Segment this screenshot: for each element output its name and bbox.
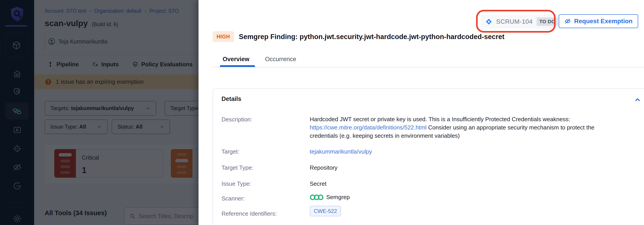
target-label: Target:	[222, 148, 240, 155]
jira-ticket-key: SCRUM-104	[496, 18, 532, 25]
sidebar-item-home[interactable]	[0, 65, 34, 83]
execution-page: Account: STO test › Organization: defaul…	[34, 0, 198, 225]
sidebar-item-overview[interactable]	[0, 82, 34, 100]
shield-check-icon	[132, 62, 138, 68]
jira-status-badge: TO DO	[536, 18, 558, 26]
sidebar-accent-divider	[5, 25, 27, 26]
filter-issue-type-label: Issue Type:	[50, 124, 78, 130]
triggered-by-user: Teja Kummarikuntla	[48, 38, 108, 45]
critical-gauge-icon	[54, 149, 76, 178]
severity-card-value: 1	[82, 166, 86, 175]
filter-issue-type-dropdown[interactable]: Issue Type: All	[45, 120, 108, 134]
eye-off-icon	[12, 162, 22, 172]
page-title: scan-vulpy	[45, 19, 88, 28]
target-value-link[interactable]: tejakummarikuntla/vulpy	[310, 148, 372, 155]
get-started-icon	[13, 182, 22, 190]
execution-tabs: Pipeline Inputs Policy Evaluations	[47, 55, 192, 74]
tab-inputs[interactable]: Inputs	[92, 61, 119, 68]
sidebar-divider	[8, 202, 27, 202]
target-type-label: Target Type:	[222, 164, 254, 171]
scanner-name: Semgrep	[326, 194, 350, 201]
filter-status-dropdown[interactable]: Status: All	[112, 120, 170, 134]
jira-ticket-chip[interactable]: SCRUM-104 TO DO	[480, 15, 563, 28]
filter-targets-value: tejakummarikuntla/vulpy	[71, 105, 134, 111]
request-exemption-label: Request Exemption	[574, 18, 632, 25]
filter-target-type-label: Target Type:	[170, 105, 200, 112]
play-box-icon	[13, 126, 22, 134]
issue-type-label: Issue Type:	[222, 180, 251, 187]
tab-policy-evaluations-label: Policy Evaluations	[141, 61, 193, 68]
tab-policy-evaluations[interactable]: Policy Evaluations	[132, 61, 193, 68]
tab-pipeline[interactable]: Pipeline	[47, 61, 79, 68]
filter-status-label: Status:	[118, 124, 134, 130]
high-gauge-icon	[171, 149, 192, 178]
filter-targets-dropdown[interactable]: Targets: tejakummarikuntla/vulpy	[45, 101, 156, 116]
chevron-down-icon	[146, 106, 150, 111]
details-card: Details Description: Hardcoded JWT secre…	[212, 88, 644, 225]
chevron-down-icon	[97, 124, 102, 129]
warning-icon	[45, 78, 52, 86]
finding-title: Semgrep Finding: python.jwt.security.jwt…	[239, 33, 505, 41]
eye-off-icon	[564, 18, 571, 24]
target-crosshair-icon	[13, 144, 22, 153]
sidebar-item-settings[interactable]	[0, 210, 34, 225]
finding-details-drawer: SCRUM-104 TO DO Request Exemption HIGH S…	[198, 0, 644, 225]
execution-meta-divider	[45, 34, 45, 51]
description-value: Hardcoded JWT secret or private key is u…	[310, 115, 602, 140]
chevron-down-icon	[160, 124, 164, 129]
details-heading: Details	[222, 96, 242, 102]
breadcrumb-separator: ›	[145, 8, 146, 14]
module-selector-button[interactable]	[5, 34, 28, 58]
chevron-up-icon[interactable]	[634, 96, 641, 103]
cwe-badge-label: CWE-522	[310, 206, 341, 216]
user-name-label: Teja Kummarikuntla	[58, 38, 108, 45]
all-tools-heading: All Tools (34 Issues)	[45, 210, 107, 217]
pipeline-tab-icon	[47, 62, 53, 68]
severity-badge: HIGH	[212, 31, 234, 42]
breadcrumb: Account: STO test › Organization: defaul…	[45, 8, 179, 14]
sidebar-item-executions[interactable]	[0, 121, 34, 139]
issue-type-value: Secret	[310, 180, 326, 187]
filter-targets-label: Targets:	[50, 105, 70, 111]
banner-text: 1 issue has an expiring exemption	[56, 78, 144, 85]
user-avatar-icon	[48, 38, 55, 45]
reference-identifier-badge[interactable]: CWE-522	[310, 208, 341, 214]
semgrep-logo-icon	[310, 194, 324, 201]
filter-issue-type-value: All	[79, 124, 86, 130]
cube-icon	[12, 40, 22, 51]
search-icon	[130, 213, 136, 219]
breadcrumb-project-link[interactable]: Project: STO	[150, 8, 179, 14]
left-nav-sidebar	[0, 0, 34, 225]
sidebar-item-targets[interactable]	[0, 140, 34, 158]
cwe-definition-link[interactable]: https://cwe.mitre.org/data/definitions/5…	[310, 124, 426, 131]
home-icon	[13, 70, 22, 78]
shield-search-icon	[13, 87, 22, 96]
build-id-label: (Build Id: 6)	[92, 22, 118, 28]
sidebar-item-get-started[interactable]	[0, 177, 34, 195]
pipelines-icon	[12, 106, 22, 116]
breadcrumb-separator: ›	[89, 8, 91, 14]
severity-card-label: Critical	[82, 154, 99, 161]
tab-pipeline-label: Pipeline	[56, 61, 79, 68]
scanner-label: Scanner:	[222, 195, 245, 202]
severity-card-critical[interactable]: Critical 1	[54, 149, 163, 178]
jira-icon	[486, 18, 492, 25]
tab-inputs-label: Inputs	[102, 61, 119, 68]
tabs-divider	[212, 67, 644, 68]
breadcrumb-org-link[interactable]: Organization: default	[94, 8, 142, 14]
settings-gear-icon	[12, 214, 22, 224]
request-exemption-button[interactable]: Request Exemption	[559, 14, 638, 28]
target-type-value: Repository	[310, 164, 338, 171]
reference-identifiers-label: Reference Identifiers:	[222, 210, 277, 217]
inputs-pencil-icon	[92, 62, 98, 68]
exemption-expiring-banner: 1 issue has an expiring exemption	[34, 74, 198, 89]
breadcrumb-account-link[interactable]: Account: STO test	[45, 8, 86, 14]
description-text-before: Hardcoded JWT secret or private key is u…	[310, 116, 570, 122]
sidebar-item-pipelines[interactable]	[5, 102, 28, 120]
sto-shield-logo-icon[interactable]	[8, 6, 26, 23]
scanner-value: Semgrep	[310, 194, 350, 201]
description-label: Description:	[222, 116, 252, 123]
filter-status-value: All	[136, 124, 142, 130]
sidebar-item-exemptions[interactable]	[0, 158, 34, 176]
